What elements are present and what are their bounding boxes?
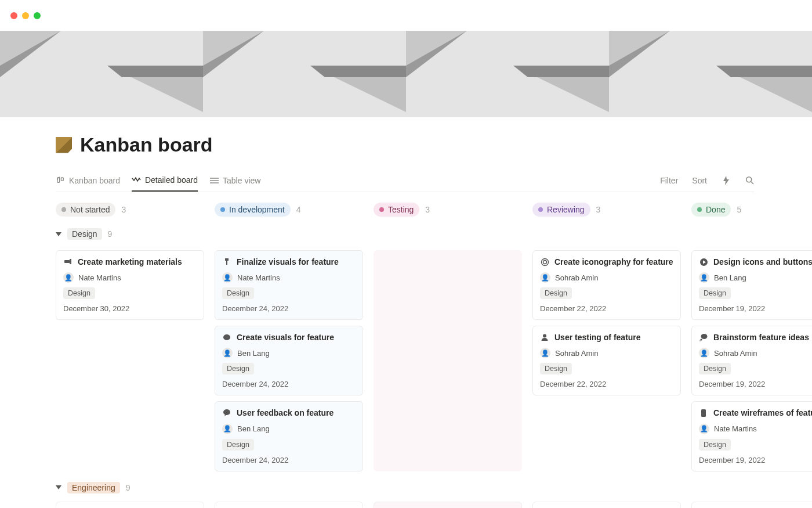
avatar: 👤 <box>222 272 233 283</box>
svg-point-18 <box>223 409 230 415</box>
svg-point-25 <box>700 339 702 341</box>
titlebar <box>0 0 812 31</box>
column-header-reviewing[interactable]: Reviewing 3 <box>532 203 681 217</box>
status-dot-icon <box>697 207 702 212</box>
card-tag: Design <box>699 287 731 299</box>
card[interactable]: Create visuals for feature 👤Ben Lang Des… <box>215 326 363 395</box>
window-close-icon[interactable] <box>10 12 17 19</box>
card-tag: Design <box>699 439 731 451</box>
card-tag: Design <box>222 287 254 299</box>
column-count: 3 <box>596 205 601 214</box>
board-columns: Not started 3 In development 4 Testing 3… <box>56 203 754 225</box>
svg-rect-27 <box>701 409 706 417</box>
view-tabs: Kanban board Detailed board Table view F… <box>56 169 754 192</box>
card-placeholder[interactable] <box>691 502 812 508</box>
window-minimize-icon[interactable] <box>22 12 29 19</box>
avatar: 👤 <box>222 424 233 434</box>
svg-rect-16 <box>226 261 227 265</box>
svg-point-20 <box>543 260 546 264</box>
table-icon <box>209 176 219 185</box>
empty-column-testing[interactable] <box>374 250 522 471</box>
status-dot-icon <box>220 207 225 212</box>
card[interactable]: Finalize visuals for feature 👤Nate Marti… <box>215 250 363 320</box>
tab-label: Kanban board <box>69 176 120 185</box>
card[interactable]: User feedback on feature 👤Ben Lang Desig… <box>215 401 363 471</box>
card[interactable]: User testing of feature 👤Sohrab Amin Des… <box>532 326 681 395</box>
card-date: December 30, 2022 <box>63 304 197 313</box>
card-title: Create iconography for feature <box>554 257 673 267</box>
card-placeholder[interactable] <box>374 502 522 508</box>
card[interactable]: Create marketing materials 👤Nate Martins… <box>56 250 204 320</box>
column-count: 3 <box>121 205 126 214</box>
window-fullscreen-icon[interactable] <box>34 12 41 19</box>
card-title: Create marketing materials <box>78 257 182 267</box>
card-tag: Design <box>63 287 95 299</box>
column-header-done[interactable]: Done 5 <box>691 203 812 217</box>
card-date: December 24, 2022 <box>222 456 356 464</box>
page-title: Kanban board <box>80 134 213 156</box>
card[interactable]: Brainstorm feature ideas 👤Sohrab Amin De… <box>691 326 812 395</box>
person-name: Ben Lang <box>237 349 270 358</box>
megaphone-icon <box>63 257 72 266</box>
card[interactable]: Create wireframes of feature 👤Nate Marti… <box>691 401 812 471</box>
svg-point-19 <box>541 258 548 265</box>
card-tag: Design <box>699 363 731 374</box>
search-icon[interactable] <box>745 176 754 185</box>
person-name: Ben Lang <box>237 424 270 433</box>
card-date: December 22, 2022 <box>540 304 673 313</box>
tab-detailed-board[interactable]: Detailed board <box>132 169 198 192</box>
svg-rect-15 <box>225 258 229 261</box>
card-date: December 24, 2022 <box>222 304 356 313</box>
card-tag: Design <box>222 363 254 374</box>
card-title: Finalize visuals for feature <box>237 257 339 267</box>
tab-label: Table view <box>223 176 260 185</box>
person-name: Sohrab Amin <box>555 273 598 282</box>
status-dot-icon <box>379 207 384 212</box>
page-header: Kanban board <box>56 134 754 156</box>
svg-point-21 <box>543 334 546 338</box>
card-placeholder[interactable] <box>532 502 681 508</box>
svg-point-17 <box>223 334 230 340</box>
card[interactable]: Create iconography for feature 👤Sohrab A… <box>532 250 681 320</box>
thought-icon <box>699 333 708 342</box>
group-header-design[interactable]: Design 9 <box>56 228 754 240</box>
phone-icon <box>699 408 708 417</box>
tab-label: Detailed board <box>145 175 198 185</box>
card-date: December 19, 2022 <box>699 380 812 388</box>
sort-button[interactable]: Sort <box>692 176 707 185</box>
group-chip: Engineering <box>67 482 120 493</box>
page-icon <box>56 137 72 153</box>
card-placeholder[interactable] <box>56 502 204 508</box>
card-tag: Design <box>540 363 572 374</box>
filter-button[interactable]: Filter <box>660 176 678 185</box>
card-date: December 19, 2022 <box>699 304 812 313</box>
user-icon <box>540 333 549 342</box>
card-title: Create wireframes of feature <box>713 408 812 418</box>
svg-point-26 <box>699 340 701 341</box>
svg-rect-7 <box>61 178 63 181</box>
card[interactable]: Design icons and buttons 👤Ben Lang Desig… <box>691 250 812 320</box>
card-title: Design icons and buttons <box>713 257 812 267</box>
card-date: December 19, 2022 <box>699 456 812 464</box>
tab-table-view[interactable]: Table view <box>209 169 260 192</box>
card-title: Brainstorm feature ideas <box>713 332 809 343</box>
board-cards-row: Create marketing materials 👤Nate Martins… <box>56 250 754 471</box>
status-dot-icon <box>61 207 66 212</box>
column-header-in-development[interactable]: In development 4 <box>215 203 363 217</box>
card-title: User feedback on feature <box>237 408 334 418</box>
card-placeholder[interactable] <box>215 502 363 508</box>
chat-icon <box>222 408 231 417</box>
column-header-testing[interactable]: Testing 3 <box>374 203 522 217</box>
svg-rect-5 <box>0 31 812 117</box>
card-date: December 22, 2022 <box>540 380 673 388</box>
avatar: 👤 <box>222 348 233 358</box>
automations-icon[interactable] <box>722 176 730 185</box>
column-header-not-started[interactable]: Not started 3 <box>56 203 204 217</box>
svg-rect-13 <box>64 260 70 263</box>
tab-kanban-board[interactable]: Kanban board <box>56 169 120 192</box>
svg-rect-14 <box>70 259 71 264</box>
group-header-engineering[interactable]: Engineering 9 <box>56 482 754 493</box>
avatar: 👤 <box>540 272 550 283</box>
play-circle-icon <box>699 257 708 266</box>
card-tag: Design <box>540 287 572 299</box>
